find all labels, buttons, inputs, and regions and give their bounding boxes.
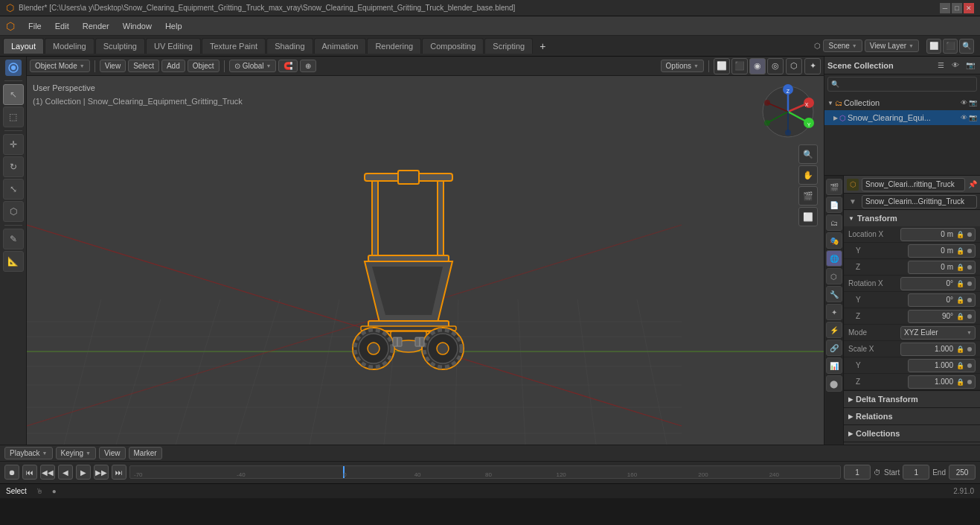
fullscreen-button[interactable]: 🔍 [959, 39, 974, 54]
outliner-filter-icon[interactable]: ☰ [934, 59, 947, 72]
tab-shading[interactable]: Shading [266, 38, 313, 54]
location-x-field[interactable]: 0 m 🔒 [900, 228, 976, 241]
screen-layout-button[interactable]: ⬛ [943, 39, 958, 54]
scene-props-icon[interactable]: 🎭 [826, 232, 842, 249]
modifier-props-icon[interactable]: 🔧 [826, 286, 842, 302]
tab-rendering[interactable]: Rendering [367, 38, 421, 54]
rotation-z-field[interactable]: 90° 🔒 [908, 310, 976, 323]
transform-global-btn[interactable]: ⊙ Global ▼ [229, 60, 277, 72]
collection-eye[interactable]: 👁 [961, 99, 967, 106]
menu-edit[interactable]: Edit [49, 20, 75, 32]
move-tool-button[interactable]: ✛ [3, 134, 24, 155]
navigation-gizmo[interactable]: X Y Z [758, 82, 818, 141]
transform-header[interactable]: ▼ Transform [844, 210, 980, 226]
instancing-header[interactable]: ▶ Instancing [844, 442, 980, 445]
next-frame-button[interactable]: ▶▶ [94, 465, 109, 480]
data-props-icon[interactable]: 📊 [826, 357, 842, 374]
collection-render-eye[interactable]: 📷 [969, 99, 977, 106]
material-props-icon[interactable]: ⬤ [826, 375, 842, 392]
tab-compositing[interactable]: Compositing [422, 38, 484, 54]
object-data-name-field[interactable]: Snow_Clearin...Gritting_Truck [862, 195, 977, 209]
snow-item-eye[interactable]: 👁 [961, 114, 967, 121]
next-keyframe-button[interactable]: ⏭ [112, 465, 126, 480]
scale-z-lock[interactable]: 🔒 [956, 378, 964, 386]
engine-dropdown[interactable]: ⬡ [814, 42, 821, 50]
snow-clearing-item[interactable]: ▶ ⬡ Snow_Clearing_Equi... 👁 📷 [824, 110, 980, 125]
outliner-search-field[interactable]: 🔍 [827, 77, 977, 92]
render-props-icon[interactable]: 🎬 [826, 179, 842, 195]
add-workspace-button[interactable]: + [534, 39, 551, 54]
scene-dropdown[interactable]: Scene ▼ [823, 39, 862, 52]
annotate-tool-button[interactable]: ✎ [3, 229, 24, 249]
wireframe-shading-btn[interactable]: ⬜ [714, 58, 730, 74]
location-z-field[interactable]: 0 m 🔒 [908, 261, 976, 274]
measure-tool-button[interactable]: 📐 [3, 251, 24, 272]
expand-editor-button[interactable]: ⬜ [926, 39, 941, 54]
proportional-btn[interactable]: ⊕ [300, 60, 316, 72]
overlay-btn[interactable]: ⬡ [786, 58, 802, 74]
menu-render[interactable]: Render [77, 20, 115, 32]
maximize-button[interactable]: □ [952, 3, 962, 13]
location-x-lock[interactable]: 🔒 [956, 231, 964, 238]
camera-view-button[interactable]: 🎬 [798, 186, 818, 206]
rotate-tool-button[interactable]: ↻ [3, 156, 24, 177]
outliner-eye-icon[interactable]: 👁 [949, 59, 962, 72]
rotation-x-field[interactable]: 0° 🔒 [900, 277, 976, 290]
box-select-button[interactable]: ⬚ [3, 106, 24, 127]
output-props-icon[interactable]: 📄 [826, 197, 842, 213]
object-data-dropdown[interactable]: ▼ [847, 196, 859, 208]
delta-transform-header[interactable]: ▶ Delta Transform [844, 391, 980, 407]
timeline-view-dropdown[interactable]: View [99, 447, 126, 459]
start-frame-field[interactable]: 1 [903, 465, 929, 480]
object-menu-btn[interactable]: Object [188, 60, 220, 72]
object-mode-dropdown[interactable]: Object Mode ▼ [30, 60, 90, 72]
rotation-y-field[interactable]: 0° 🔒 [908, 293, 976, 307]
xray-btn[interactable]: ✦ [804, 58, 821, 74]
scale-y-field[interactable]: 1.000 🔒 [908, 359, 976, 372]
rendered-shading-btn[interactable]: ◎ [767, 58, 784, 74]
view-layer-props-icon[interactable]: 🗂 [826, 214, 842, 231]
constraint-props-icon[interactable]: 🔗 [826, 340, 842, 356]
prev-play-button[interactable]: ◀ [58, 465, 73, 480]
record-button[interactable]: ⏺ [4, 465, 19, 480]
scale-x-field[interactable]: 1.000 🔒 [900, 343, 976, 356]
tab-layout[interactable]: Layout [3, 38, 44, 54]
menu-help[interactable]: Help [159, 20, 188, 32]
tab-modeling[interactable]: Modeling [45, 38, 95, 54]
toggle-ortho-button[interactable]: ⬜ [798, 207, 818, 226]
snow-item-render-eye[interactable]: 📷 [969, 114, 977, 121]
world-props-icon[interactable]: 🌐 [826, 250, 842, 267]
end-frame-field[interactable]: 250 [949, 465, 976, 480]
pin-icon[interactable]: 📌 [968, 180, 977, 188]
playback-dropdown[interactable]: Playback ▼ [4, 447, 53, 459]
collections-header[interactable]: ▶ Collections [844, 425, 980, 442]
scale-tool-button[interactable]: ⤡ [3, 179, 24, 200]
solid-shading-btn[interactable]: ⬛ [731, 58, 748, 74]
physics-props-icon[interactable]: ⚡ [826, 322, 842, 338]
view-menu-btn[interactable]: View [100, 60, 126, 72]
tab-animation[interactable]: Animation [314, 38, 367, 54]
transform-tool-button[interactable]: ⬡ [3, 201, 24, 222]
view-layer-dropdown[interactable]: View Layer ▼ [865, 39, 919, 52]
menu-file[interactable]: File [22, 20, 48, 32]
keying-dropdown[interactable]: Keying ▼ [56, 447, 97, 459]
play-button[interactable]: ▶ [76, 465, 91, 480]
scale-x-lock[interactable]: 🔒 [956, 346, 964, 353]
prev-frame-button[interactable]: ◀◀ [40, 465, 55, 480]
object-name-field[interactable]: Snow_Cleari...ritting_Truck [862, 178, 965, 191]
minimize-button[interactable]: ─ [940, 3, 950, 13]
viewport-canvas[interactable]: User Perspective (1) Collection | Snow_C… [27, 76, 824, 445]
scale-y-lock[interactable]: 🔒 [956, 362, 964, 369]
options-dropdown[interactable]: Options ▼ [661, 60, 704, 72]
particle-props-icon[interactable]: ✦ [826, 304, 842, 320]
outliner-search-input[interactable] [842, 80, 973, 89]
zoom-button[interactable]: 🔍 [798, 144, 818, 164]
location-y-lock[interactable]: 🔒 [956, 247, 964, 255]
gizmo-area[interactable]: X Y Z [758, 82, 818, 141]
close-button[interactable]: ✕ [964, 3, 974, 13]
blender-logo-menu[interactable]: ⬡ [3, 19, 18, 34]
tab-sculpting[interactable]: Sculpting [95, 38, 145, 54]
scale-z-field[interactable]: 1.000 🔒 [908, 375, 976, 389]
relations-header[interactable]: ▶ Relations [844, 408, 980, 424]
outliner-camera-icon[interactable]: 📷 [964, 59, 977, 72]
